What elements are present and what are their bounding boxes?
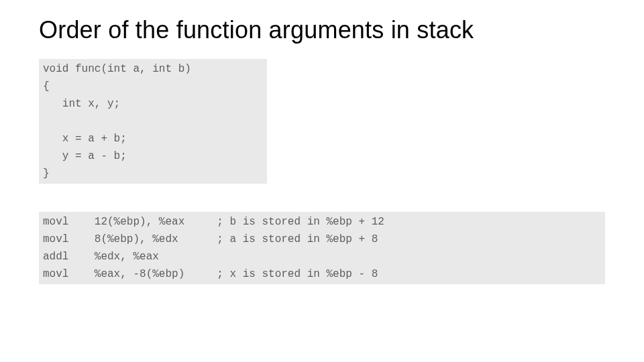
- page-title: Order of the function arguments in stack: [39, 16, 605, 44]
- assembly-code-block: movl 12(%ebp), %eax ; b is stored in %eb…: [39, 212, 605, 284]
- slide: Order of the function arguments in stack…: [0, 0, 644, 284]
- c-source-code-block: void func(int a, int b) { int x, y; x = …: [39, 59, 267, 184]
